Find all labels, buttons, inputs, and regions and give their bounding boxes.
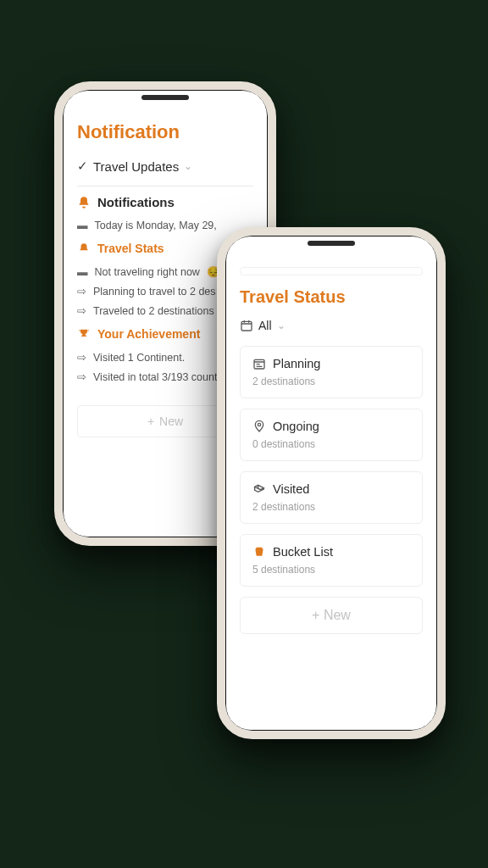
phone-screen: Travel Status All ⌄ Planning 2 destinati…	[225, 236, 437, 731]
new-button[interactable]: + New	[240, 597, 423, 634]
status-card-bucket-list[interactable]: Bucket List 5 destinations	[240, 534, 423, 587]
card-edge	[240, 267, 423, 275]
arrow-icon: ⇨	[77, 285, 86, 298]
new-label: New	[324, 608, 351, 622]
trophy-icon	[77, 327, 91, 341]
ticket-icon	[252, 482, 266, 496]
chevron-down-icon: ⌄	[277, 320, 286, 331]
heading-text: Your Achievement	[97, 327, 200, 341]
card-label: Visited	[273, 482, 309, 496]
toggle-label: Travel Updates	[93, 159, 179, 174]
row-text: Traveled to 2 destinations	[93, 305, 214, 317]
card-label: Planning	[273, 357, 320, 370]
card-sub: 5 destinations	[252, 564, 410, 576]
arrow-icon: ⇨	[77, 370, 86, 383]
svg-point-2	[258, 423, 260, 426]
page-title: Travel Status	[240, 287, 423, 307]
filter-label: All	[258, 319, 272, 332]
pin-icon	[252, 420, 266, 433]
bell-small-icon	[77, 242, 91, 255]
dash-icon: ▬	[77, 220, 88, 231]
arrow-icon: ⇨	[77, 351, 86, 364]
row-text: Planning to travel to 2 des	[93, 286, 216, 298]
dash-icon: ▬	[77, 266, 88, 278]
bucket-icon	[252, 545, 266, 559]
filter-all[interactable]: All ⌄	[240, 319, 423, 332]
heading-text: Notifications	[97, 195, 175, 209]
card-sub: 2 destinations	[252, 501, 410, 513]
card-header: Visited	[252, 482, 410, 496]
calendar-icon	[240, 319, 253, 332]
chevron-down-icon: ⌄	[184, 160, 192, 172]
calendar-lines-icon	[252, 357, 266, 370]
card-header: Ongoing	[252, 420, 410, 433]
arrow-icon: ⇨	[77, 304, 86, 317]
divider	[77, 186, 253, 186]
heading-text: Travel Stats	[97, 242, 164, 255]
new-label: New	[159, 415, 183, 428]
card-header: Planning	[252, 357, 410, 370]
plus-icon: +	[147, 415, 154, 428]
row-text: Not traveling right now	[95, 266, 200, 278]
row-text: Visited 1 Continent.	[93, 352, 185, 364]
card-sub: 2 destinations	[252, 376, 410, 387]
row-text: Today is Monday, May 29,	[95, 220, 217, 231]
card-label: Bucket List	[273, 545, 333, 559]
check-icon: ✓	[77, 159, 88, 174]
card-sub: 0 destinations	[252, 438, 410, 450]
row-text: Visited in total 3/193 count	[93, 371, 217, 383]
status-card-planning[interactable]: Planning 2 destinations	[240, 346, 423, 398]
plus-icon: +	[312, 608, 324, 622]
status-card-visited[interactable]: Visited 2 destinations	[240, 471, 423, 524]
notification-row: ▬ Today is Monday, May 29,	[77, 216, 253, 235]
travel-updates-toggle[interactable]: ✓ Travel Updates ⌄	[77, 159, 253, 174]
page-title: Notification	[77, 121, 253, 143]
svg-rect-0	[241, 321, 252, 331]
card-label: Ongoing	[273, 420, 319, 433]
status-card-ongoing[interactable]: Ongoing 0 destinations	[240, 409, 423, 461]
phone-travel-status: Travel Status All ⌄ Planning 2 destinati…	[217, 227, 446, 739]
bell-icon	[77, 196, 91, 209]
notifications-heading: Notifications	[77, 195, 253, 209]
card-header: Bucket List	[252, 545, 410, 559]
